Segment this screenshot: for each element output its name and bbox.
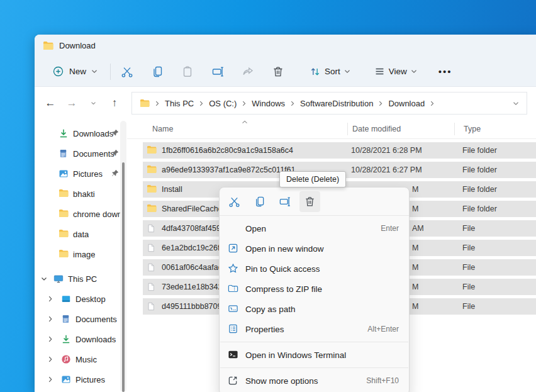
delete-button[interactable] xyxy=(268,62,288,82)
breadcrumb-this-pc[interactable]: This PC xyxy=(165,99,194,108)
sidebar-item-pictures[interactable]: Pictures xyxy=(35,164,127,184)
new-button[interactable]: New xyxy=(47,62,103,81)
show-more-options-icon xyxy=(228,375,239,386)
file-date: M xyxy=(412,244,418,252)
sidebar-scrollbar-thumb[interactable] xyxy=(122,162,125,392)
delete-button[interactable] xyxy=(299,191,320,212)
rename-button[interactable] xyxy=(208,62,228,82)
breadcrumb-os-c[interactable]: OS (C:) xyxy=(209,99,237,108)
breadcrumb-windows[interactable]: Windows xyxy=(252,99,285,108)
chevron-right-icon[interactable] xyxy=(46,335,54,344)
file-icon xyxy=(147,262,157,272)
cut-button[interactable] xyxy=(224,191,245,212)
copy-button[interactable] xyxy=(249,191,270,212)
paste-button[interactable] xyxy=(177,62,198,82)
chevron-right-icon[interactable] xyxy=(46,376,54,384)
titlebar: Download xyxy=(35,35,536,57)
breadcrumb-softwaredistribution[interactable]: SoftwareDistribution xyxy=(300,99,373,108)
column-header-name[interactable]: Name xyxy=(152,125,173,133)
music-icon xyxy=(61,354,71,364)
sidebar-item-label: Music xyxy=(75,355,97,364)
sidebar-item-desktop[interactable]: Desktop xyxy=(35,289,127,309)
sidebar-item-pictures-pc[interactable]: Pictures xyxy=(35,369,127,389)
column-header-date-modified[interactable]: Date modified xyxy=(352,125,401,133)
breadcrumb-chevron-icon xyxy=(430,101,434,106)
file-date: 10/28/2021 6:28 PM xyxy=(351,146,422,155)
breadcrumb-chevron-icon xyxy=(379,101,382,106)
sidebar-item-label: Downloads xyxy=(73,129,113,138)
sidebar-item-music[interactable]: Music xyxy=(35,349,127,369)
copy-button[interactable] xyxy=(147,62,167,82)
chevron-right-icon[interactable] xyxy=(46,356,54,364)
sidebar-item-documents[interactable]: Documents xyxy=(35,143,127,164)
folder-icon xyxy=(140,99,150,108)
recent-locations-chevron[interactable] xyxy=(85,95,101,111)
file-date: M xyxy=(412,204,418,213)
file-icon xyxy=(147,243,157,253)
address-dropdown-chevron[interactable] xyxy=(513,101,519,106)
breadcrumb-download[interactable]: Download xyxy=(388,99,425,108)
file-explorer-window: Download New xyxy=(35,35,536,392)
file-name: 1fb26ff0616a6b2c80c9a1c9a158a6c4 xyxy=(162,146,293,155)
folder-icon xyxy=(59,209,69,219)
share-button[interactable] xyxy=(238,62,258,82)
sidebar-item-chrome-downloads[interactable]: chrome downlo xyxy=(35,204,127,224)
menu-item-open-in-windows-terminal[interactable]: Open in Windows Terminal xyxy=(220,345,409,365)
cut-button[interactable] xyxy=(117,62,137,82)
menu-item-open[interactable]: Open Enter xyxy=(220,218,409,238)
column-divider[interactable] xyxy=(347,123,348,135)
chevron-right-icon[interactable] xyxy=(46,315,54,323)
view-button[interactable]: View xyxy=(369,63,422,80)
sidebar-item-image[interactable]: image xyxy=(35,244,127,264)
sidebar-item-this-pc[interactable]: This PC xyxy=(35,269,127,289)
file-date: M xyxy=(412,283,418,291)
menu-item-properties[interactable]: Properties Alt+Enter xyxy=(220,319,409,339)
file-row[interactable]: 1fb26ff0616a6b2c80c9a1c9a158a6c4 10/28/2… xyxy=(143,142,536,159)
chevron-down-icon xyxy=(411,69,417,74)
file-date: M xyxy=(412,263,418,272)
navigation-pane: Downloads Documents Pictures xyxy=(35,120,127,392)
copy-icon xyxy=(151,65,164,78)
chevron-right-icon[interactable] xyxy=(46,295,54,303)
column-headers: Name Date modified Type xyxy=(127,120,536,139)
view-button-label: View xyxy=(389,67,407,76)
file-icon xyxy=(147,282,157,292)
column-header-type[interactable]: Type xyxy=(464,125,481,133)
menu-item-compress-to-zip[interactable]: Compress to ZIP file xyxy=(220,279,409,299)
sidebar-item-label: Pictures xyxy=(75,375,105,384)
menu-item-open-in-new-window[interactable]: Open in new window xyxy=(220,238,409,259)
file-type: File folder xyxy=(462,185,497,194)
sort-icon xyxy=(310,66,321,77)
sidebar-item-data[interactable]: data xyxy=(35,224,127,244)
address-bar[interactable]: This PC OS (C:) Windows SoftwareDistribu… xyxy=(131,92,527,115)
zip-folder-icon xyxy=(228,283,239,294)
file-type: File folder xyxy=(462,146,497,155)
forward-button[interactable]: → xyxy=(64,95,80,111)
file-name: 4dfa43708faf4597 xyxy=(162,224,225,233)
this-pc-icon xyxy=(53,274,64,284)
downloads-icon xyxy=(59,128,69,138)
sidebar-item-documents-pc[interactable]: Documents xyxy=(35,309,127,329)
menu-item-show-more-options[interactable]: Show more options Shift+F10 xyxy=(220,371,409,391)
breadcrumb-chevron-icon xyxy=(242,101,246,106)
paste-icon xyxy=(181,65,194,78)
document-icon xyxy=(59,148,69,159)
chevron-down-icon[interactable] xyxy=(40,275,48,283)
rename-button[interactable] xyxy=(274,191,295,212)
sidebar-item-label: chrome downlo xyxy=(73,210,122,219)
sort-button[interactable]: Sort xyxy=(304,63,355,81)
delete-icon xyxy=(304,196,316,208)
more-options-button[interactable]: ••• xyxy=(438,66,452,77)
file-date: M xyxy=(412,185,418,194)
folder-icon xyxy=(59,249,69,259)
menu-item-copy-as-path[interactable]: Copy as path xyxy=(220,299,409,319)
sidebar-item-downloads-pc[interactable]: Downloads xyxy=(35,329,127,349)
sidebar-item-downloads[interactable]: Downloads xyxy=(35,123,127,143)
column-divider[interactable] xyxy=(454,123,455,135)
pin-icon xyxy=(111,169,119,177)
up-button[interactable]: ↑ xyxy=(106,95,123,111)
blank-icon xyxy=(228,223,239,234)
sidebar-item-bhakti[interactable]: bhakti xyxy=(35,184,127,204)
back-button[interactable]: ← xyxy=(42,95,59,111)
menu-item-pin-to-quick-access[interactable]: Pin to Quick access xyxy=(220,259,409,279)
